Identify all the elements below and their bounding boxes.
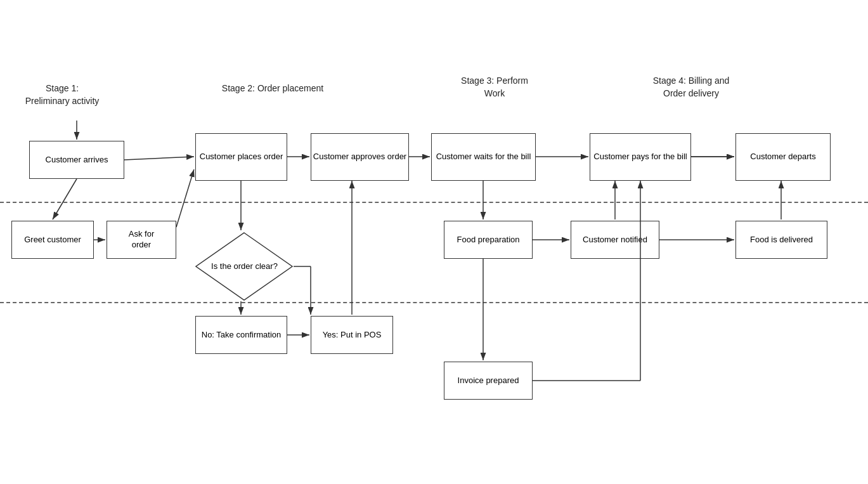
customer-waits-bill-box: Customer waits for the bill xyxy=(431,133,536,181)
dashed-line-2 xyxy=(0,302,868,303)
customer-approves-order-box: Customer approves order xyxy=(311,133,409,181)
svg-line-5 xyxy=(124,157,194,160)
svg-line-3 xyxy=(53,179,77,219)
customer-notified-box: Customer notified xyxy=(571,221,659,259)
food-is-delivered-box: Food is delivered xyxy=(735,221,827,259)
stage4-label: Stage 4: Billing andOrder delivery xyxy=(602,75,780,100)
customer-places-order-box: Customer places order xyxy=(195,133,287,181)
customer-arrives-box: Customer arrives xyxy=(29,141,124,179)
stage1-label: Stage 1:Preliminary activity xyxy=(11,82,113,107)
customer-pays-bill-box: Customer pays for the bill xyxy=(590,133,691,181)
greet-customer-box: Greet customer xyxy=(11,221,94,259)
invoice-prepared-box: Invoice prepared xyxy=(444,362,533,400)
customer-departs-box: Customer departs xyxy=(735,133,831,181)
ask-for-order-box: Ask fororder xyxy=(107,221,176,259)
diagram-container: Stage 1:Preliminary activity Stage 2: Or… xyxy=(0,0,868,484)
food-preparation-box: Food preparation xyxy=(444,221,533,259)
is-order-clear-diamond: Is the order clear? xyxy=(195,232,294,301)
no-take-confirmation-box: No: Take confirmation xyxy=(195,316,287,354)
stage2-label: Stage 2: Order placement xyxy=(209,82,336,95)
svg-line-25 xyxy=(176,169,194,227)
dashed-line-1 xyxy=(0,202,868,203)
yes-put-in-pos-box: Yes: Put in POS xyxy=(311,316,393,354)
stage3-label: Stage 3: PerformWork xyxy=(431,75,558,100)
